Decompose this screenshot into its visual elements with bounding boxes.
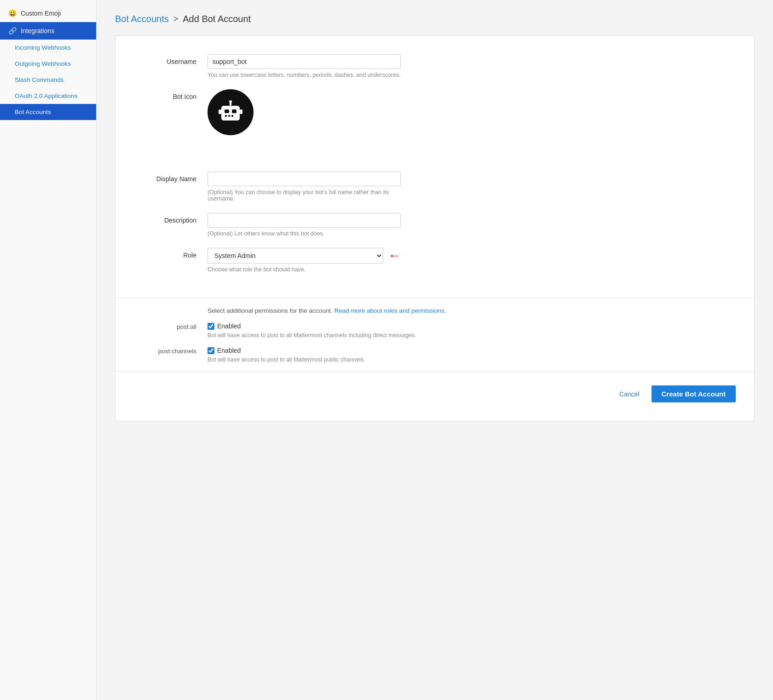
form-actions: Cancel Create Bot Account xyxy=(115,376,754,407)
post-channels-row: post:channels Enabled Bot will have acce… xyxy=(115,347,754,363)
permissions-link[interactable]: Read more about roles and permissions. xyxy=(334,307,446,314)
svg-point-7 xyxy=(229,100,232,103)
upload-image-button[interactable]: Upload Image No file chosen xyxy=(208,141,401,161)
role-hint: Choose what role the bot should have. xyxy=(208,266,401,273)
display-name-hint: (Optional) You can choose to display you… xyxy=(208,189,401,202)
svg-rect-9 xyxy=(240,109,242,114)
post-all-field: Enabled Bot will have access to post to … xyxy=(208,322,736,339)
sidebar-item-oauth[interactable]: OAuth 2.0 Applications xyxy=(0,88,96,104)
sidebar-item-outgoing-webhooks[interactable]: Outgoing Webhooks xyxy=(0,56,96,72)
main-content: Bot Accounts > Add Bot Account Username … xyxy=(97,0,773,700)
sidebar-label-custom-emoji: Custom Emoji xyxy=(21,10,61,17)
breadcrumb: Bot Accounts > Add Bot Account xyxy=(115,14,755,24)
sidebar-item-slash-commands[interactable]: Slash Commands xyxy=(0,72,96,88)
role-field: Member System Admin ← Choose what role t… xyxy=(208,248,401,273)
post-channels-check-row: Enabled xyxy=(208,347,736,354)
sidebar-label-slash-commands: Slash Commands xyxy=(15,76,64,83)
sidebar-label-bot-accounts: Bot Accounts xyxy=(15,109,51,115)
bot-icon-row: Bot Icon xyxy=(134,89,736,161)
upload-btn-value: No file chosen xyxy=(208,148,401,161)
bot-icon-avatar xyxy=(208,89,254,135)
permissions-info: Select additional permissions for the ac… xyxy=(115,303,754,322)
sidebar-label-incoming-webhooks: Incoming Webhooks xyxy=(15,44,71,51)
breadcrumb-separator: > xyxy=(173,14,179,24)
post-all-check-label: Enabled xyxy=(217,322,241,330)
sidebar-label-integrations: Integrations xyxy=(21,27,54,34)
section-divider-1 xyxy=(115,298,754,298)
sidebar-item-bot-accounts[interactable]: Bot Accounts xyxy=(0,104,96,120)
display-name-field: (Optional) You can choose to display you… xyxy=(208,172,401,202)
post-channels-checkbox[interactable] xyxy=(208,347,214,354)
svg-rect-0 xyxy=(221,106,240,120)
post-channels-desc: Bot will have access to post to all Matt… xyxy=(208,356,736,363)
sidebar: 😀 Custom Emoji 🔗 Integrations Incoming W… xyxy=(0,0,97,700)
post-all-checkbox[interactable] xyxy=(208,323,214,330)
permissions-text: Select additional permissions for the ac… xyxy=(208,307,333,314)
post-channels-label: post:channels xyxy=(134,347,208,355)
role-select-wrapper: Member System Admin ← xyxy=(208,248,401,264)
integrations-icon: 🔗 xyxy=(8,27,17,35)
sidebar-label-oauth: OAuth 2.0 Applications xyxy=(15,92,78,99)
emoji-icon: 😀 xyxy=(8,9,17,17)
display-name-label: Display Name xyxy=(134,172,208,183)
breadcrumb-link[interactable]: Bot Accounts xyxy=(115,14,169,24)
form-card: Username You can use lowercase letters, … xyxy=(115,35,755,421)
role-row: Role Member System Admin ← Choose what r… xyxy=(134,248,736,273)
svg-rect-8 xyxy=(219,109,221,114)
username-label: Username xyxy=(134,54,208,65)
role-select[interactable]: Member System Admin xyxy=(208,248,383,264)
sidebar-item-integrations[interactable]: 🔗 Integrations xyxy=(0,22,96,40)
description-input[interactable] xyxy=(208,213,401,228)
post-all-check-row: Enabled xyxy=(208,322,736,330)
cancel-button[interactable]: Cancel xyxy=(614,387,645,402)
svg-rect-2 xyxy=(232,109,237,113)
display-name-row: Display Name (Optional) You can choose t… xyxy=(134,172,736,202)
post-all-row: post:all Enabled Bot will have access to… xyxy=(115,322,754,339)
post-channels-field: Enabled Bot will have access to post to … xyxy=(208,347,736,363)
upload-btn-label: Upload Image xyxy=(208,141,401,148)
sidebar-label-outgoing-webhooks: Outgoing Webhooks xyxy=(15,60,71,67)
username-hint: You can use lowercase letters, numbers, … xyxy=(208,72,401,78)
svg-rect-3 xyxy=(225,115,227,117)
bot-icon-label: Bot Icon xyxy=(134,89,208,100)
breadcrumb-current: Add Bot Account xyxy=(183,14,251,24)
bot-icon-svg xyxy=(217,98,244,126)
description-row: Description (Optional) Let others know w… xyxy=(134,213,736,237)
description-field: (Optional) Let others know what this bot… xyxy=(208,213,401,237)
post-all-desc: Bot will have access to post to all Matt… xyxy=(208,332,736,339)
svg-rect-4 xyxy=(228,115,230,117)
sidebar-item-custom-emoji[interactable]: 😀 Custom Emoji xyxy=(0,5,96,22)
description-hint: (Optional) Let others know what this bot… xyxy=(208,230,401,237)
post-all-label: post:all xyxy=(134,322,208,330)
post-channels-check-label: Enabled xyxy=(217,347,241,354)
display-name-input[interactable] xyxy=(208,172,401,186)
username-field: You can use lowercase letters, numbers, … xyxy=(208,54,401,78)
bot-icon-field: Upload Image No file chosen xyxy=(208,89,401,161)
form-section-main: Username You can use lowercase letters, … xyxy=(115,50,754,293)
svg-rect-1 xyxy=(225,109,229,113)
sidebar-item-incoming-webhooks[interactable]: Incoming Webhooks xyxy=(0,40,96,56)
description-label: Description xyxy=(134,213,208,224)
username-row: Username You can use lowercase letters, … xyxy=(134,54,736,78)
role-label: Role xyxy=(134,248,208,259)
svg-rect-5 xyxy=(231,115,233,117)
section-divider-2 xyxy=(115,371,754,372)
create-bot-account-button[interactable]: Create Bot Account xyxy=(652,385,736,402)
red-arrow-annotation: ← xyxy=(388,249,401,262)
username-input[interactable] xyxy=(208,54,401,69)
